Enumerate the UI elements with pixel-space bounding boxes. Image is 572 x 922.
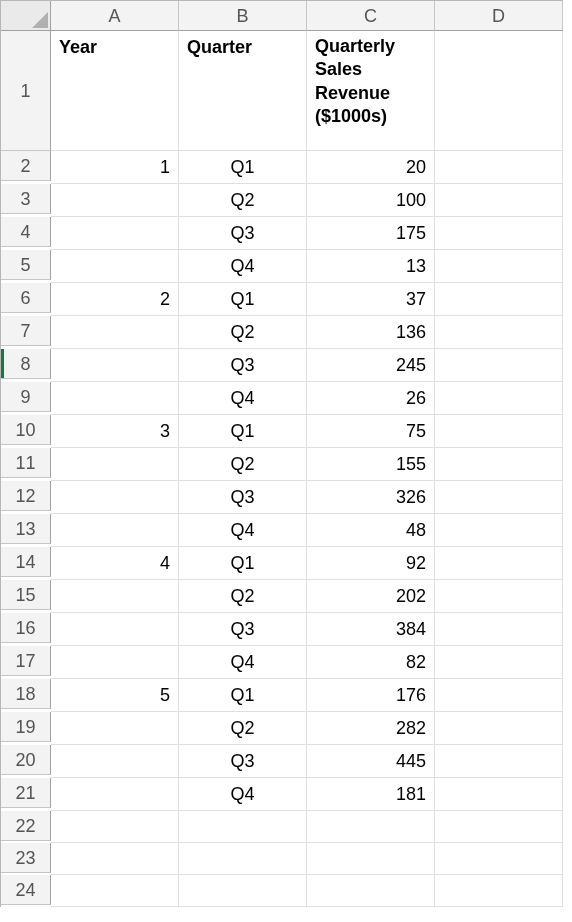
cell-C1[interactable]: Quarterly Sales Revenue ($1000s)	[307, 31, 435, 151]
cell-C2[interactable]: 20	[307, 151, 435, 184]
cell-B2[interactable]: Q1	[179, 151, 307, 184]
cell-B20[interactable]: Q3	[179, 745, 307, 778]
cell-A15[interactable]	[51, 580, 179, 613]
cell-B14[interactable]: Q1	[179, 547, 307, 580]
col-header-A[interactable]: A	[51, 1, 179, 31]
cell-B10[interactable]: Q1	[179, 415, 307, 448]
cell-C8[interactable]: 245	[307, 349, 435, 382]
cell-B13[interactable]: Q4	[179, 514, 307, 547]
cell-D9[interactable]	[435, 382, 563, 415]
cell-A23[interactable]	[51, 843, 179, 875]
row-header-9[interactable]: 9	[1, 382, 51, 412]
cell-A8[interactable]	[51, 349, 179, 382]
row-header-12[interactable]: 12	[1, 481, 51, 511]
cell-B24[interactable]	[179, 875, 307, 907]
cell-B19[interactable]: Q2	[179, 712, 307, 745]
cell-C20[interactable]: 445	[307, 745, 435, 778]
cell-C3[interactable]: 100	[307, 184, 435, 217]
cell-A21[interactable]	[51, 778, 179, 811]
cell-B7[interactable]: Q2	[179, 316, 307, 349]
spreadsheet-grid[interactable]: ABCD1YearQuarterQuarterly Sales Revenue …	[0, 0, 563, 907]
cell-B8[interactable]: Q3	[179, 349, 307, 382]
row-header-3[interactable]: 3	[1, 184, 51, 214]
cell-B16[interactable]: Q3	[179, 613, 307, 646]
cell-A17[interactable]	[51, 646, 179, 679]
row-header-22[interactable]: 22	[1, 811, 51, 841]
cell-D22[interactable]	[435, 811, 563, 843]
cell-D7[interactable]	[435, 316, 563, 349]
cell-D24[interactable]	[435, 875, 563, 907]
cell-C22[interactable]	[307, 811, 435, 843]
col-header-C[interactable]: C	[307, 1, 435, 31]
cell-A10[interactable]: 3	[51, 415, 179, 448]
row-header-20[interactable]: 20	[1, 745, 51, 775]
cell-B5[interactable]: Q4	[179, 250, 307, 283]
row-header-13[interactable]: 13	[1, 514, 51, 544]
cell-B21[interactable]: Q4	[179, 778, 307, 811]
cell-B23[interactable]	[179, 843, 307, 875]
row-header-2[interactable]: 2	[1, 151, 51, 181]
cell-B18[interactable]: Q1	[179, 679, 307, 712]
cell-A24[interactable]	[51, 875, 179, 907]
cell-C23[interactable]	[307, 843, 435, 875]
cell-C7[interactable]: 136	[307, 316, 435, 349]
cell-A9[interactable]	[51, 382, 179, 415]
col-header-B[interactable]: B	[179, 1, 307, 31]
row-header-18[interactable]: 18	[1, 679, 51, 709]
cell-B15[interactable]: Q2	[179, 580, 307, 613]
cell-D23[interactable]	[435, 843, 563, 875]
cell-B12[interactable]: Q3	[179, 481, 307, 514]
row-header-19[interactable]: 19	[1, 712, 51, 742]
cell-D4[interactable]	[435, 217, 563, 250]
row-header-14[interactable]: 14	[1, 547, 51, 577]
cell-C17[interactable]: 82	[307, 646, 435, 679]
cell-A20[interactable]	[51, 745, 179, 778]
cell-C24[interactable]	[307, 875, 435, 907]
cell-C4[interactable]: 175	[307, 217, 435, 250]
row-header-1[interactable]: 1	[1, 31, 51, 151]
cell-A5[interactable]	[51, 250, 179, 283]
cell-B4[interactable]: Q3	[179, 217, 307, 250]
cell-C10[interactable]: 75	[307, 415, 435, 448]
cell-D18[interactable]	[435, 679, 563, 712]
cell-D6[interactable]	[435, 283, 563, 316]
cell-A18[interactable]: 5	[51, 679, 179, 712]
cell-C15[interactable]: 202	[307, 580, 435, 613]
cell-A13[interactable]	[51, 514, 179, 547]
cell-A4[interactable]	[51, 217, 179, 250]
row-header-16[interactable]: 16	[1, 613, 51, 643]
col-header-D[interactable]: D	[435, 1, 563, 31]
cell-A14[interactable]: 4	[51, 547, 179, 580]
row-header-21[interactable]: 21	[1, 778, 51, 808]
cell-A11[interactable]	[51, 448, 179, 481]
cell-D21[interactable]	[435, 778, 563, 811]
cell-D2[interactable]	[435, 151, 563, 184]
cell-A2[interactable]: 1	[51, 151, 179, 184]
cell-A12[interactable]	[51, 481, 179, 514]
cell-D5[interactable]	[435, 250, 563, 283]
cell-A19[interactable]	[51, 712, 179, 745]
cell-A1[interactable]: Year	[51, 31, 179, 151]
row-header-10[interactable]: 10	[1, 415, 51, 445]
cell-B11[interactable]: Q2	[179, 448, 307, 481]
cell-C18[interactable]: 176	[307, 679, 435, 712]
cell-D19[interactable]	[435, 712, 563, 745]
cell-B1[interactable]: Quarter	[179, 31, 307, 151]
cell-D10[interactable]	[435, 415, 563, 448]
cell-A16[interactable]	[51, 613, 179, 646]
row-header-8[interactable]: 8	[1, 349, 51, 379]
cell-B17[interactable]: Q4	[179, 646, 307, 679]
row-header-15[interactable]: 15	[1, 580, 51, 610]
cell-C12[interactable]: 326	[307, 481, 435, 514]
cell-C13[interactable]: 48	[307, 514, 435, 547]
cell-B6[interactable]: Q1	[179, 283, 307, 316]
cell-D12[interactable]	[435, 481, 563, 514]
cell-D11[interactable]	[435, 448, 563, 481]
select-all-corner[interactable]	[1, 1, 51, 31]
cell-D13[interactable]	[435, 514, 563, 547]
cell-A6[interactable]: 2	[51, 283, 179, 316]
row-header-7[interactable]: 7	[1, 316, 51, 346]
cell-A3[interactable]	[51, 184, 179, 217]
cell-A22[interactable]	[51, 811, 179, 843]
cell-D1[interactable]	[435, 31, 563, 151]
